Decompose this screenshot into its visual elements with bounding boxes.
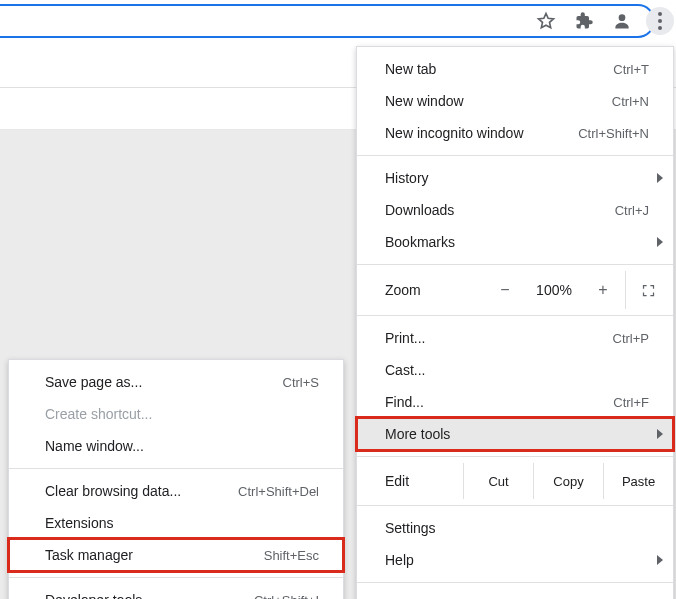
menu-separator [357, 505, 673, 506]
chevron-right-icon [657, 555, 663, 565]
menu-shortcut: Ctrl+T [613, 62, 649, 77]
menu-history[interactable]: History [357, 162, 673, 194]
menu-label: Save page as... [45, 374, 283, 390]
menu-shortcut: Ctrl+J [615, 203, 649, 218]
main-menu: New tab Ctrl+T New window Ctrl+N New inc… [356, 46, 674, 599]
paste-button[interactable]: Paste [603, 463, 673, 499]
menu-separator [357, 456, 673, 457]
menu-shortcut: Ctrl+Shift+Del [238, 484, 319, 499]
zoom-out-button[interactable]: − [483, 281, 527, 299]
chevron-right-icon [657, 237, 663, 247]
fullscreen-button[interactable] [625, 271, 671, 309]
submenu-name-window[interactable]: Name window... [9, 430, 343, 462]
menu-new-window[interactable]: New window Ctrl+N [357, 85, 673, 117]
menu-exit[interactable]: Exit [357, 589, 673, 599]
zoom-in-button[interactable]: + [581, 281, 625, 299]
more-icon[interactable] [646, 7, 674, 35]
menu-label: Task manager [45, 547, 264, 563]
menu-shortcut: Ctrl+Shift+I [254, 593, 319, 600]
submenu-task-manager[interactable]: Task manager Shift+Esc [9, 539, 343, 571]
submenu-create-shortcut: Create shortcut... [9, 398, 343, 430]
menu-label: Find... [385, 394, 613, 410]
menu-zoom-row: Zoom − 100% + [357, 271, 673, 309]
menu-separator [9, 577, 343, 578]
menu-print[interactable]: Print... Ctrl+P [357, 322, 673, 354]
menu-shortcut: Ctrl+S [283, 375, 319, 390]
menu-label: Print... [385, 330, 613, 346]
menu-shortcut: Shift+Esc [264, 548, 319, 563]
fullscreen-icon [641, 283, 656, 298]
menu-label: New window [385, 93, 612, 109]
submenu-save-page[interactable]: Save page as... Ctrl+S [9, 366, 343, 398]
menu-label: Help [385, 552, 655, 568]
chevron-right-icon [657, 173, 663, 183]
menu-settings[interactable]: Settings [357, 512, 673, 544]
menu-bookmarks[interactable]: Bookmarks [357, 226, 673, 258]
browser-toolbar [0, 0, 676, 42]
menu-new-tab[interactable]: New tab Ctrl+T [357, 53, 673, 85]
menu-label: Name window... [45, 438, 325, 454]
menu-more-tools[interactable]: More tools [357, 418, 673, 450]
extensions-icon[interactable] [570, 7, 598, 35]
svg-point-0 [619, 14, 626, 21]
menu-label: Create shortcut... [45, 406, 325, 422]
submenu-extensions[interactable]: Extensions [9, 507, 343, 539]
menu-shortcut: Ctrl+F [613, 395, 649, 410]
menu-edit-row: Edit Cut Copy Paste [357, 463, 673, 499]
menu-cast[interactable]: Cast... [357, 354, 673, 386]
menu-new-incognito[interactable]: New incognito window Ctrl+Shift+N [357, 117, 673, 149]
star-icon[interactable] [532, 7, 560, 35]
menu-label: More tools [385, 426, 655, 442]
menu-label: Extensions [45, 515, 325, 531]
edit-label: Edit [357, 473, 463, 489]
menu-label: Cast... [385, 362, 655, 378]
menu-separator [357, 155, 673, 156]
menu-label: New incognito window [385, 125, 578, 141]
menu-shortcut: Ctrl+P [613, 331, 649, 346]
menu-shortcut: Ctrl+N [612, 94, 649, 109]
menu-label: Clear browsing data... [45, 483, 238, 499]
copy-button[interactable]: Copy [533, 463, 603, 499]
chevron-right-icon [657, 429, 663, 439]
menu-label: Bookmarks [385, 234, 655, 250]
more-tools-submenu: Save page as... Ctrl+S Create shortcut..… [8, 359, 344, 599]
menu-label: Developer tools [45, 592, 254, 599]
menu-find[interactable]: Find... Ctrl+F [357, 386, 673, 418]
submenu-developer-tools[interactable]: Developer tools Ctrl+Shift+I [9, 584, 343, 599]
menu-label: Downloads [385, 202, 615, 218]
menu-separator [357, 315, 673, 316]
submenu-clear-data[interactable]: Clear browsing data... Ctrl+Shift+Del [9, 475, 343, 507]
zoom-value: 100% [527, 282, 581, 298]
menu-help[interactable]: Help [357, 544, 673, 576]
menu-separator [357, 582, 673, 583]
menu-separator [9, 468, 343, 469]
menu-label: History [385, 170, 655, 186]
profile-icon[interactable] [608, 7, 636, 35]
menu-downloads[interactable]: Downloads Ctrl+J [357, 194, 673, 226]
zoom-label: Zoom [357, 282, 483, 298]
menu-shortcut: Ctrl+Shift+N [578, 126, 649, 141]
cut-button[interactable]: Cut [463, 463, 533, 499]
menu-label: Settings [385, 520, 655, 536]
menu-separator [357, 264, 673, 265]
menu-label: New tab [385, 61, 613, 77]
